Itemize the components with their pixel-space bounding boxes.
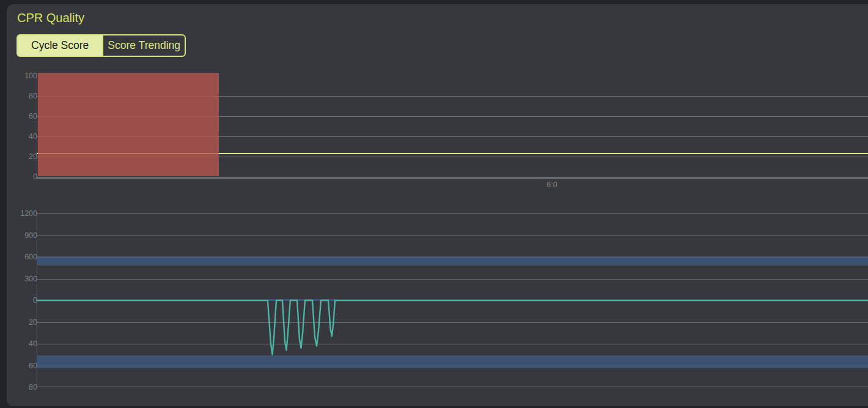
y-tick-label: 1200: [7, 209, 37, 218]
cycle-score-plot-area: 100 80 60 40 20 0 6:0: [37, 73, 868, 178]
y-tick-label: 20: [7, 152, 37, 161]
y-tick-label: 0: [7, 295, 37, 305]
depth-waveform-line: [37, 300, 868, 355]
x-tick-label-time: 6:0: [534, 180, 570, 189]
y-tick-label: 40: [7, 132, 37, 141]
view-tab-group: Cycle Score Score Trending: [17, 34, 186, 57]
y-tick-label: 100: [7, 71, 37, 81]
y-tick-label: 60: [7, 111, 37, 121]
y-tick-label: 80: [7, 382, 37, 392]
y-tick-label: 40: [7, 339, 37, 349]
panel-title: CPR Quality: [17, 11, 84, 25]
y-tick-label: 300: [7, 274, 37, 284]
y-tick-label: 0: [7, 172, 37, 182]
y-tick-label: 20: [7, 317, 37, 327]
tab-score-trending[interactable]: Score Trending: [102, 34, 186, 57]
score-bar: [38, 73, 219, 176]
page-background: CPR Quality Cycle Score Score Trending 1…: [0, 0, 868, 408]
y-tick-label: 900: [7, 231, 37, 240]
bottom-y-axis-labels: 1200 900 600 300 0 20 40 60 80: [7, 213, 32, 387]
depth-waveform: [37, 213, 868, 387]
y-tick-label: 80: [7, 91, 37, 101]
y-tick-label: 600: [7, 252, 37, 262]
cpr-quality-panel: CPR Quality Cycle Score Score Trending 1…: [7, 4, 868, 406]
top-y-axis-labels: 100 80 60 40 20 0: [7, 73, 32, 178]
top-x-axis-line: [37, 177, 868, 179]
top-y-axis-line: [37, 73, 37, 178]
y-tick-label: 60: [7, 361, 37, 371]
tab-cycle-score[interactable]: Cycle Score: [17, 34, 102, 57]
score-trending-plot-area: 1200 900 600 300 0 20 40 60 80: [37, 213, 868, 387]
